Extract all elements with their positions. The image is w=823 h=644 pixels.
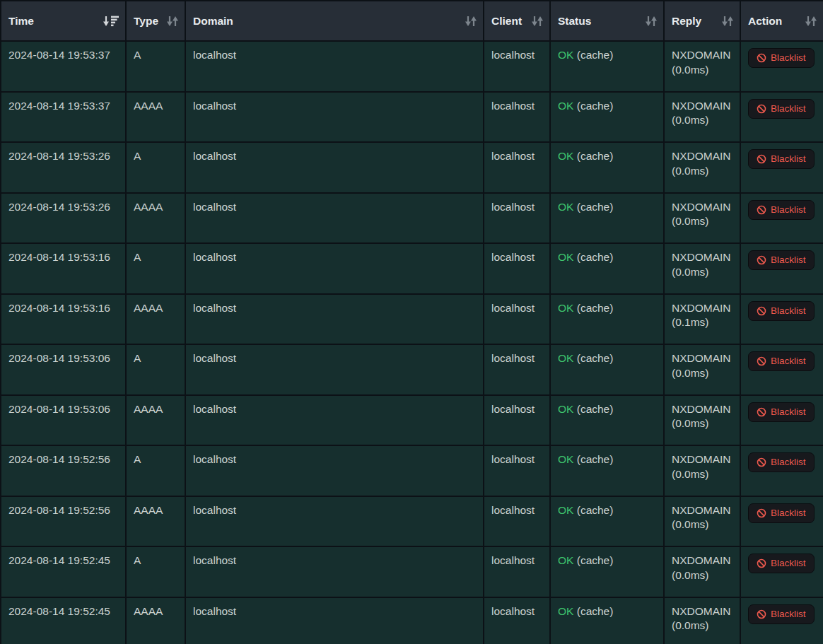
type-value: AAAA [134,100,163,112]
action-cell: Blacklist [740,445,823,496]
ban-icon [757,609,766,619]
blacklist-button[interactable]: Blacklist [748,301,815,321]
ban-icon [757,205,766,215]
blacklist-button[interactable]: Blacklist [748,200,815,220]
blacklist-button-label: Blacklist [771,609,806,619]
time-value: 2024-08-14 19:53:26 [8,150,110,162]
blacklist-button[interactable]: Blacklist [748,48,815,68]
reply-cell: NXDOMAIN (0.0ms) [664,193,740,244]
status-ok-text: OK [558,352,573,364]
type-value: A [134,554,141,566]
column-header-status[interactable]: Status [550,1,664,41]
client-value: localhost [491,554,535,566]
time-cell: 2024-08-14 19:52:56 [1,445,126,496]
ban-icon [757,306,766,316]
type-cell: A [126,142,185,193]
column-header-client[interactable]: Client [484,1,550,41]
domain-cell: localhost [185,445,484,496]
status-detail-text: (cache) [577,302,614,314]
client-cell: localhost [484,344,550,395]
blacklist-button[interactable]: Blacklist [748,99,815,119]
time-cell: 2024-08-14 19:53:06 [1,344,126,395]
domain-cell: localhost [185,546,484,597]
column-header-type[interactable]: Type [126,1,185,41]
domain-value: localhost [193,504,236,516]
table-row: 2024-08-14 19:52:45 A localhost localhos… [1,546,823,597]
time-cell: 2024-08-14 19:53:16 [1,294,126,345]
status-ok-text: OK [558,251,573,263]
status-detail-text: (cache) [577,504,614,516]
status-detail-text: (cache) [577,453,614,465]
blacklist-button[interactable]: Blacklist [748,351,815,371]
status-cell: OK (cache) [550,193,664,244]
reply-value: NXDOMAIN (0.0ms) [672,49,731,76]
type-cell: A [126,445,185,496]
blacklist-button[interactable]: Blacklist [748,452,815,472]
table-row: 2024-08-14 19:53:06 A localhost localhos… [1,344,823,395]
type-value: A [134,251,141,263]
table-body: 2024-08-14 19:53:37 A localhost localhos… [1,41,823,644]
blacklist-button[interactable]: Blacklist [748,554,815,573]
type-cell: AAAA [126,294,185,345]
domain-value: localhost [193,554,236,566]
blacklist-button[interactable]: Blacklist [748,503,815,523]
blacklist-button[interactable]: Blacklist [748,149,815,169]
domain-cell: localhost [185,294,484,345]
status-ok-text: OK [558,605,573,617]
reply-cell: NXDOMAIN (0.0ms) [664,496,740,547]
status-cell: OK (cache) [550,294,664,345]
sort-both-icon [531,16,544,27]
column-label-domain: Domain [193,15,233,28]
type-value: AAAA [134,403,163,415]
reply-value: NXDOMAIN (0.0ms) [672,352,731,379]
reply-cell: NXDOMAIN (0.0ms) [664,41,740,92]
ban-icon [757,154,766,164]
type-value: AAAA [134,605,163,617]
action-cell: Blacklist [740,193,823,244]
reply-value: NXDOMAIN (0.0ms) [672,100,731,127]
blacklist-button[interactable]: Blacklist [748,604,815,624]
blacklist-button[interactable]: Blacklist [748,250,815,270]
domain-cell: localhost [185,92,484,143]
status-ok-text: OK [558,453,573,465]
table-row: 2024-08-14 19:53:37 A localhost localhos… [1,41,823,92]
action-cell: Blacklist [740,142,823,193]
status-detail-text: (cache) [577,49,614,61]
blacklist-button-label: Blacklist [771,407,806,417]
ban-icon [757,558,766,568]
domain-cell: localhost [185,142,484,193]
column-header-time[interactable]: Time [1,1,126,41]
time-cell: 2024-08-14 19:52:45 [1,597,126,644]
blacklist-button-label: Blacklist [771,255,806,265]
client-cell: localhost [484,41,550,92]
query-log-table: Time Type [0,0,823,644]
column-label-action: Action [748,15,782,28]
status-cell: OK (cache) [550,92,664,143]
domain-value: localhost [193,403,236,415]
reply-value: NXDOMAIN (0.0ms) [672,605,731,632]
action-cell: Blacklist [740,41,823,92]
column-header-domain[interactable]: Domain [185,1,484,41]
reply-cell: NXDOMAIN (0.0ms) [664,546,740,597]
status-cell: OK (cache) [550,142,664,193]
domain-cell: localhost [185,193,484,244]
ban-icon [757,255,766,265]
reply-cell: NXDOMAIN (0.0ms) [664,344,740,395]
column-header-action[interactable]: Action [740,1,823,41]
column-header-reply[interactable]: Reply [664,1,740,41]
status-cell: OK (cache) [550,243,664,294]
type-cell: A [126,344,185,395]
blacklist-button-label: Blacklist [771,104,806,114]
status-cell: OK (cache) [550,344,664,395]
blacklist-button-label: Blacklist [771,508,806,518]
reply-cell: NXDOMAIN (0.1ms) [664,294,740,345]
column-label-type: Type [134,15,158,28]
blacklist-button[interactable]: Blacklist [748,402,815,422]
status-ok-text: OK [558,100,573,112]
reply-cell: NXDOMAIN (0.0ms) [664,597,740,644]
type-value: A [134,49,141,61]
time-value: 2024-08-14 19:53:26 [8,201,110,213]
ban-icon [757,407,766,417]
sort-both-icon [721,16,734,27]
action-cell: Blacklist [740,597,823,644]
